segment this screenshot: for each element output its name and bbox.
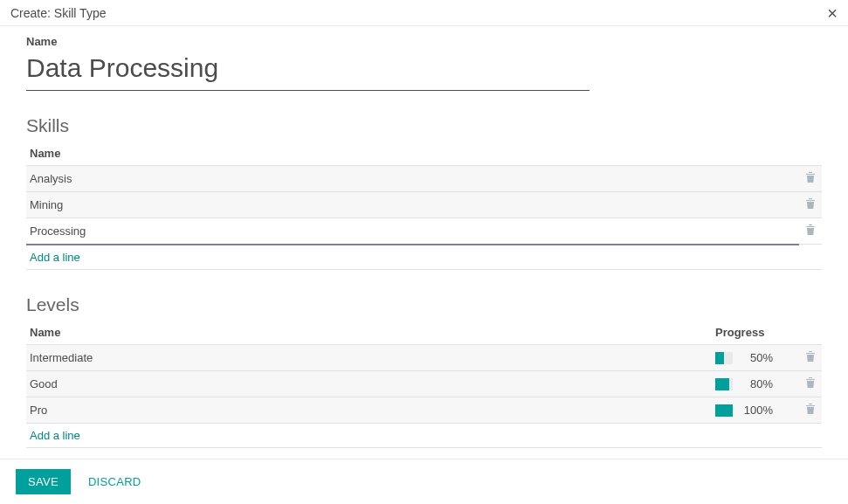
levels-add-line[interactable]: Add a line xyxy=(26,423,822,447)
trash-icon xyxy=(805,403,816,415)
modal-title: Create: Skill Type xyxy=(10,6,106,20)
modal-body[interactable]: Name Skills Name Analysis xyxy=(0,26,848,459)
table-row[interactable]: Intermediate 50% xyxy=(26,344,822,370)
levels-heading: Levels xyxy=(26,294,822,315)
progress-text: 80% xyxy=(738,377,773,390)
skills-heading: Skills xyxy=(26,115,822,136)
discard-button[interactable]: Discard xyxy=(76,469,154,494)
level-name-cell[interactable]: Intermediate xyxy=(26,344,712,370)
modal-footer: Save Discard xyxy=(0,459,848,504)
name-input[interactable] xyxy=(26,50,589,91)
close-icon: × xyxy=(827,3,838,23)
delete-row-button[interactable] xyxy=(799,397,822,423)
delete-row-button[interactable] xyxy=(799,166,822,192)
progress-text: 100% xyxy=(738,404,773,417)
delete-row-button[interactable] xyxy=(799,344,822,370)
progress-bar xyxy=(715,378,733,390)
skill-name-cell[interactable]: Analysis xyxy=(26,166,799,192)
delete-row-button[interactable] xyxy=(799,192,822,218)
level-progress-cell[interactable]: 100% xyxy=(712,397,799,423)
name-label: Name xyxy=(26,35,822,48)
delete-row-button[interactable] xyxy=(799,370,822,397)
trash-icon xyxy=(805,376,816,389)
level-name-cell[interactable]: Pro xyxy=(26,397,712,423)
trash-icon xyxy=(805,197,816,210)
level-progress-cell[interactable]: 80% xyxy=(712,370,799,397)
trash-icon xyxy=(805,171,816,183)
progress-bar-fill xyxy=(715,404,733,417)
skill-name-cell[interactable]: Processing xyxy=(26,218,799,245)
levels-col-progress[interactable]: Progress xyxy=(712,321,799,345)
progress-text: 50% xyxy=(738,351,773,364)
table-row[interactable]: Pro 100% xyxy=(26,397,822,423)
level-progress-cell[interactable]: 50% xyxy=(712,344,799,370)
table-row[interactable]: Analysis xyxy=(26,166,822,192)
skills-table: Name Analysis Mining xyxy=(26,142,822,270)
progress-bar xyxy=(715,352,733,364)
skill-name-cell[interactable]: Mining xyxy=(26,192,799,218)
trash-icon xyxy=(805,350,816,362)
save-button[interactable]: Save xyxy=(16,469,71,494)
table-row[interactable]: Processing xyxy=(26,218,822,245)
table-row[interactable]: Good 80% xyxy=(26,370,822,397)
modal-header: Create: Skill Type × xyxy=(0,0,848,26)
close-button[interactable]: × xyxy=(827,4,838,22)
level-name-cell[interactable]: Good xyxy=(26,370,712,397)
table-row[interactable]: Mining xyxy=(26,192,822,218)
skill-type-modal: Create: Skill Type × Name Skills Name An… xyxy=(0,0,848,504)
skills-add-line[interactable]: Add a line xyxy=(26,245,822,270)
trash-icon xyxy=(805,224,816,236)
name-input-wrap xyxy=(26,50,589,91)
levels-table: Name Progress Intermediate 50% xyxy=(26,321,822,448)
levels-col-name[interactable]: Name xyxy=(26,321,712,345)
progress-bar-fill xyxy=(715,378,729,390)
skills-col-name[interactable]: Name xyxy=(26,142,799,166)
progress-bar-fill xyxy=(715,352,724,364)
progress-bar xyxy=(715,404,733,417)
delete-row-button[interactable] xyxy=(799,218,822,245)
